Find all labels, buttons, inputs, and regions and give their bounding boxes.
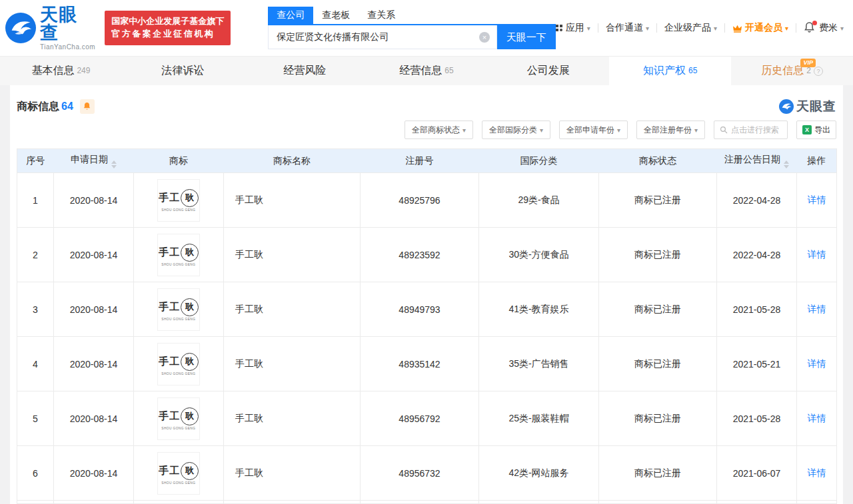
caret-down-icon: ▾ <box>646 25 649 32</box>
trademark-logo-caption: SHOU GONG GENG <box>162 262 196 266</box>
filter-register-year[interactable]: 全部注册年份 ▾ <box>636 121 705 139</box>
tab-company-development[interactable]: 公司发展 <box>487 57 609 85</box>
filter-trademark-status[interactable]: 全部商标状态 ▾ <box>405 121 473 139</box>
table-search-input[interactable]: 点击进行搜索 <box>714 121 788 139</box>
help-icon[interactable]: ? <box>814 67 823 76</box>
export-button[interactable]: X 导出 <box>796 121 836 139</box>
detail-link[interactable]: 详情 <box>808 194 826 205</box>
table-search-placeholder: 点击进行搜索 <box>731 125 779 136</box>
trademark-logo-chars: 手工 <box>159 301 180 314</box>
table-row: 5 2020-08-14 手工 耿 SHOU GONG GENG 手工耿 489… <box>17 391 837 446</box>
trademark-logo-caption: SHOU GONG GENG <box>162 208 196 211</box>
gov-certification-badge: 国家中小企业发展子基金旗下 官方备案企业征信机构 <box>105 11 231 45</box>
search-tab-company[interactable]: 查公司 <box>268 7 313 24</box>
cell-status: 商标已注册 <box>599 282 717 337</box>
detail-link[interactable]: 详情 <box>808 358 826 369</box>
menu-user[interactable]: 费米 ▾ <box>819 22 844 34</box>
divider <box>796 23 796 33</box>
detail-link[interactable]: 详情 <box>808 304 826 314</box>
trademark-logo-caption: SHOU GONG GENG <box>162 426 196 429</box>
cell-status: 商标已注册 <box>599 391 717 446</box>
clear-icon[interactable]: × <box>479 32 490 43</box>
cell-reg-number: 48956792 <box>361 391 479 446</box>
trademark-logo[interactable]: 手工 耿 SHOU GONG GENG <box>157 234 200 276</box>
logo-title: 天眼查 <box>40 6 95 42</box>
notification-bell-icon[interactable] <box>804 22 815 34</box>
trademark-logo[interactable]: 手工 耿 SHOU GONG GENG <box>157 288 200 331</box>
cell-pub-date: 2022-04-28 <box>717 173 797 228</box>
col-action: 操作 <box>797 149 837 173</box>
subscribe-bell-icon[interactable] <box>80 99 95 114</box>
cell-trademark-image[interactable]: 手工 耿 SHOU GONG GENG <box>134 228 224 282</box>
cell-intl-class: 41类-教育娱乐 <box>479 282 599 337</box>
trademark-logo[interactable]: 手工 耿 SHOU GONG GENG <box>157 452 200 495</box>
cell-apply-date: 2020-08-14 <box>54 173 134 228</box>
col-apply-date[interactable]: 申请日期 <box>54 149 134 173</box>
cell-trademark-name: 手工耿 <box>224 391 361 446</box>
cell-pub-date: 2021-06-07 <box>717 446 797 501</box>
search-tab-relation[interactable]: 查关系 <box>359 7 404 24</box>
search-tab-boss[interactable]: 查老板 <box>313 7 359 24</box>
caret-down-icon: ▾ <box>714 25 717 32</box>
trademark-logo-circle-char: 耿 <box>181 462 199 480</box>
cell-pub-date: 2021-05-28 <box>717 282 797 337</box>
trademark-logo[interactable]: 手工 耿 SHOU GONG GENG <box>157 343 200 385</box>
table-row: 2 2020-08-14 手工 耿 SHOU GONG GENG 手工耿 489… <box>17 228 837 282</box>
cell-reg-number: 48956732 <box>361 446 479 501</box>
cell-reg-number: 48925796 <box>361 173 479 228</box>
table-body: 1 2020-08-14 手工 耿 SHOU GONG GENG 手工耿 489… <box>17 173 837 504</box>
table-row: 3 2020-08-14 手工 耿 SHOU GONG GENG 手工耿 489… <box>17 282 837 337</box>
tab-intellectual-property[interactable]: 知识产权65 <box>609 57 731 85</box>
tab-basic-info[interactable]: 基本信息249 <box>0 57 122 85</box>
trademark-logo-chars: 手工 <box>159 246 180 259</box>
filter-toolbar: 全部商标状态 ▾ 全部国际分类 ▾ 全部申请年份 ▾ 全部注册年份 ▾ 点击进行… <box>10 117 843 139</box>
section-title: 商标信息 <box>17 100 59 114</box>
trademark-logo-circle-char: 耿 <box>181 298 199 316</box>
trademark-table: 序号 申请日期 商标 商标名称 注册号 国际分类 商标状态 注册公告日期 操作 … <box>17 148 837 504</box>
tab-operation-risk[interactable]: 经营风险 <box>244 57 366 85</box>
apps-grid-icon <box>556 25 562 31</box>
cell-trademark-image[interactable]: 手工 耿 SHOU GONG GENG <box>134 446 224 501</box>
cell-trademark-image[interactable]: 手工 耿 SHOU GONG GENG <box>134 282 224 337</box>
col-status: 商标状态 <box>599 149 717 173</box>
caret-down-icon: ▾ <box>694 126 698 134</box>
cell-trademark-image[interactable]: 手工 耿 SHOU GONG GENG <box>134 391 224 446</box>
cell-status: 商标已注册 <box>599 228 717 282</box>
top-menu: 应用 ▾ 合作通道 ▾ 企业级产品 ▾ 开通会员 ▾ 费米 ▾ <box>556 22 844 34</box>
trademark-logo-caption: SHOU GONG GENG <box>162 481 196 484</box>
cell-trademark-name: 手工耿 <box>224 282 361 337</box>
menu-vip[interactable]: 开通会员 ▾ <box>732 22 788 34</box>
detail-link[interactable]: 详情 <box>808 249 826 260</box>
tab-history-info[interactable]: VIP 历史信息2 ? <box>731 57 853 85</box>
caret-down-icon: ▾ <box>587 25 590 32</box>
cell-trademark-name: 手工耿 <box>224 228 361 282</box>
col-pub-date[interactable]: 注册公告日期 <box>717 149 797 173</box>
filter-apply-year[interactable]: 全部申请年份 ▾ <box>559 121 628 139</box>
tab-operation-info[interactable]: 经营信息65 <box>366 57 488 85</box>
tab-legal-litigation[interactable]: 法律诉讼 <box>122 57 244 85</box>
filter-intl-class[interactable]: 全部国际分类 ▾ <box>482 121 550 139</box>
cell-status: 商标已注册 <box>599 446 717 501</box>
search-button[interactable]: 天眼一下 <box>497 25 556 49</box>
search-input[interactable] <box>269 25 496 49</box>
excel-icon: X <box>802 125 812 134</box>
trademark-logo-chars: 手工 <box>159 465 180 477</box>
sort-icon[interactable] <box>784 160 789 168</box>
sort-icon[interactable] <box>111 160 117 168</box>
cell-trademark-image[interactable]: 手工 耿 SHOU GONG GENG <box>134 173 224 228</box>
cell-trademark-image[interactable]: 手工 耿 SHOU GONG GENG <box>134 337 224 391</box>
logo-subtitle: TianYanCha.com <box>40 44 95 51</box>
menu-partner[interactable]: 合作通道 ▾ <box>606 22 649 34</box>
trademark-logo[interactable]: 手工 耿 SHOU GONG GENG <box>157 179 200 222</box>
detail-link[interactable]: 详情 <box>808 467 826 478</box>
menu-apps[interactable]: 应用 ▾ <box>556 22 590 34</box>
trademark-logo[interactable]: 手工 耿 SHOU GONG GENG <box>157 397 200 440</box>
detail-link[interactable]: 详情 <box>808 413 826 423</box>
tianyancha-logo[interactable]: 天眼查 TianYanCha.com <box>5 6 95 51</box>
table-header-row: 序号 申请日期 商标 商标名称 注册号 国际分类 商标状态 注册公告日期 操作 <box>17 149 837 173</box>
menu-enterprise[interactable]: 企业级产品 ▾ <box>664 22 717 34</box>
gov-badge-line2: 官方备案企业征信机构 <box>111 28 224 41</box>
cell-serial: 6 <box>17 446 54 501</box>
top-header: 天眼查 TianYanCha.com 国家中小企业发展子基金旗下 官方备案企业征… <box>0 0 853 56</box>
search-icon <box>720 126 728 134</box>
